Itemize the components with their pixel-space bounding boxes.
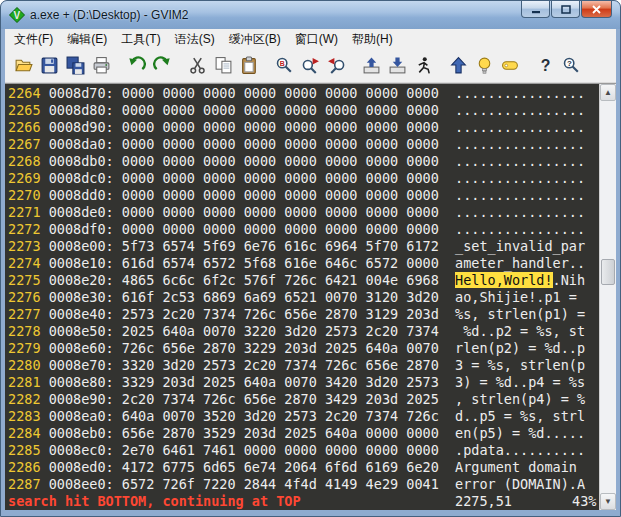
line-text: 0008e50: 2025 640a 0070 3220 3d20 2573 2… [49, 323, 585, 339]
line-number: 2270 [8, 187, 49, 203]
hex-line[interactable]: 2274 0008e10: 616d 6574 6572 5f68 616e 6… [8, 255, 599, 272]
make-button[interactable] [445, 53, 471, 79]
make-icon [449, 56, 468, 75]
text-area[interactable]: 2264 0008d70: 0000 0000 0000 0000 0000 0… [5, 84, 599, 510]
close-button[interactable] [581, 1, 612, 18]
line-number: 2267 [8, 136, 49, 152]
hex-line[interactable]: 2283 0008ea0: 640a 0070 3520 3d20 2573 2… [8, 408, 599, 425]
menu-buffers[interactable]: 缓冲区(B) [222, 29, 288, 50]
svg-text:?: ? [540, 57, 550, 74]
titlebar[interactable]: V a.exe + (D:\Desktop) - GVIM2 [1, 1, 620, 29]
undo-button[interactable] [123, 53, 149, 79]
line-number: 2279 [8, 340, 49, 356]
hex-line[interactable]: 2271 0008de0: 0000 0000 0000 0000 0000 0… [8, 204, 599, 221]
maximize-button[interactable] [551, 1, 580, 18]
line-text: 0008e10: 616d 6574 6572 5f68 616e 646c 6… [49, 255, 585, 271]
line-number: 2268 [8, 153, 49, 169]
ruler-position: 2275,51 [455, 493, 512, 510]
menu-edit[interactable]: 编辑(E) [60, 29, 114, 50]
line-text: 0008e60: 726c 656e 2870 3229 203d 2025 6… [49, 340, 585, 356]
line-text: 0008db0: 0000 0000 0000 0000 0000 0000 0… [49, 153, 585, 169]
hex-line[interactable]: 2266 0008d90: 0000 0000 0000 0000 0000 0… [8, 119, 599, 136]
menu-tools[interactable]: 工具(T) [114, 29, 167, 50]
hex-line[interactable]: 2273 0008e00: 5f73 6574 5f69 6e76 616c 6… [8, 238, 599, 255]
run-script-button[interactable] [410, 53, 436, 79]
hex-line[interactable]: 2279 0008e60: 726c 656e 2870 3229 203d 2… [8, 340, 599, 357]
line-number: 2283 [8, 408, 49, 424]
redo-button[interactable] [149, 53, 175, 79]
hex-line[interactable]: 2281 0008e80: 3329 203d 2025 640a 0070 3… [8, 374, 599, 391]
redo-icon [153, 56, 172, 75]
copy-button[interactable] [210, 53, 236, 79]
menubar: 文件(F)编辑(E)工具(T)语法(S)缓冲区(B)窗口(W)帮助(H) [5, 29, 616, 49]
save-session-button[interactable] [384, 53, 410, 79]
window-body: 文件(F)编辑(E)工具(T)语法(S)缓冲区(B)窗口(W)帮助(H) B??… [5, 29, 616, 510]
cut-icon [188, 56, 207, 75]
find-next-button[interactable] [297, 53, 323, 79]
toolbar-separator [175, 53, 184, 79]
hex-dump: 2264 0008d70: 0000 0000 0000 0000 0000 0… [5, 84, 599, 493]
line-number: 2265 [8, 102, 49, 118]
line-text: 0008e30: 616f 2c53 6869 6a69 6521 0070 3… [49, 289, 585, 305]
load-session-button[interactable] [358, 53, 384, 79]
hex-line[interactable]: 2267 0008da0: 0000 0000 0000 0000 0000 0… [8, 136, 599, 153]
command-line: search hit BOTTOM, continuing at TOP 227… [5, 493, 599, 510]
line-text: 0008ed0: 4172 6775 6d65 6e74 2064 6f6d 6… [49, 459, 585, 475]
hex-line[interactable]: 2265 0008d80: 0000 0000 0000 0000 0000 0… [8, 102, 599, 119]
hex-line[interactable]: 2270 0008dd0: 0000 0000 0000 0000 0000 0… [8, 187, 599, 204]
help-button[interactable]: ? [532, 53, 558, 79]
save-session-icon [388, 56, 407, 75]
line-text: 0008d70: 0000 0000 0000 0000 0000 0000 0… [49, 85, 585, 101]
vertical-scrollbar[interactable]: ▲ ▼ [599, 84, 616, 510]
hex-line[interactable]: 2275 0008e20: 4865 6c6c 6f2c 576f 726c 6… [8, 272, 599, 289]
hex-line[interactable]: 2282 0008e90: 2c20 7374 726c 656e 2870 3… [8, 391, 599, 408]
line-text: 0008ea0: 640a 0070 3520 3d20 2573 2c20 7… [49, 408, 585, 424]
maximize-icon [561, 5, 571, 14]
close-icon [591, 5, 602, 14]
jump-to-tag-button[interactable] [497, 53, 523, 79]
line-number: 2266 [8, 119, 49, 135]
hex-line[interactable]: 2286 0008ed0: 4172 6775 6d65 6e74 2064 6… [8, 459, 599, 476]
line-text: 0008d80: 0000 0000 0000 0000 0000 0000 0… [49, 102, 585, 118]
build-tags-button[interactable] [471, 53, 497, 79]
vim-logo-icon: V [9, 7, 25, 23]
line-text: 0008e40: 2573 2c20 7374 726c 656e 2870 3… [49, 306, 585, 322]
menu-window[interactable]: 窗口(W) [288, 29, 345, 50]
scroll-down-arrow[interactable]: ▼ [600, 493, 616, 510]
hex-line[interactable]: 2269 0008dc0: 0000 0000 0000 0000 0000 0… [8, 170, 599, 187]
line-text: .Nih [553, 272, 586, 288]
line-text: 0008da0: 0000 0000 0000 0000 0000 0000 0… [49, 136, 585, 152]
hex-line[interactable]: 2264 0008d70: 0000 0000 0000 0000 0000 0… [8, 85, 599, 102]
menu-syntax[interactable]: 语法(S) [168, 29, 222, 50]
load-session-icon [362, 56, 381, 75]
save-button[interactable] [36, 53, 62, 79]
hex-line[interactable]: 2268 0008db0: 0000 0000 0000 0000 0000 0… [8, 153, 599, 170]
hex-line[interactable]: 2284 0008eb0: 656e 2870 3529 203d 2025 6… [8, 425, 599, 442]
scroll-up-arrow[interactable]: ▲ [600, 84, 616, 101]
hex-line[interactable]: 2285 0008ec0: 2e70 6461 7461 0000 0000 0… [8, 442, 599, 459]
hex-line[interactable]: 2272 0008df0: 0000 0000 0000 0000 0000 0… [8, 221, 599, 238]
hex-line[interactable]: 2287 0008ee0: 6572 726f 7220 2844 4f4d 4… [8, 476, 599, 493]
hex-line[interactable]: 2276 0008e30: 616f 2c53 6869 6a69 6521 0… [8, 289, 599, 306]
hex-line[interactable]: 2280 0008e70: 3320 3d20 2573 2c20 7374 7… [8, 357, 599, 374]
line-number: 2282 [8, 391, 49, 407]
window-controls [520, 1, 612, 18]
save-all-button[interactable] [62, 53, 88, 79]
open-button[interactable] [10, 53, 36, 79]
paste-button[interactable] [236, 53, 262, 79]
hex-line[interactable]: 2278 0008e50: 2025 640a 0070 3220 3d20 2… [8, 323, 599, 340]
line-number: 2273 [8, 238, 49, 254]
find-prev-button[interactable] [323, 53, 349, 79]
scrollbar-thumb[interactable] [601, 259, 615, 285]
print-button[interactable] [88, 53, 114, 79]
window-title: a.exe + (D:\Desktop) - GVIM2 [30, 8, 188, 22]
hex-line[interactable]: 2277 0008e40: 2573 2c20 7374 726c 656e 2… [8, 306, 599, 323]
find-help-button[interactable]: ? [558, 53, 584, 79]
find-replace-button[interactable]: B [271, 53, 297, 79]
line-number: 2287 [8, 476, 49, 492]
cut-button[interactable] [184, 53, 210, 79]
line-text: 0008eb0: 656e 2870 3529 203d 2025 640a 0… [49, 425, 585, 441]
menu-file[interactable]: 文件(F) [7, 29, 60, 50]
minimize-button[interactable] [521, 1, 550, 18]
menu-help[interactable]: 帮助(H) [345, 29, 400, 50]
